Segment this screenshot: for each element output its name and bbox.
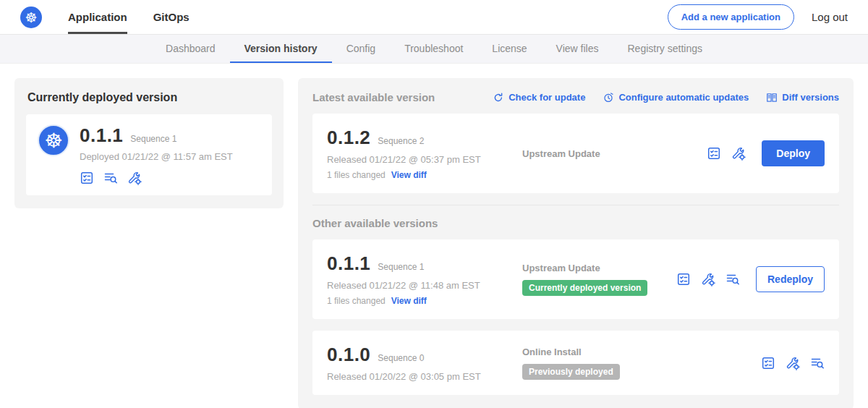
- configure-automatic-updates-label: Configure automatic updates: [618, 92, 749, 103]
- version-sequence: Sequence 1: [378, 262, 424, 272]
- currently-deployed-panel: Currently deployed version ☸ 0.1.1 Seque…: [14, 78, 284, 208]
- view-diff-link[interactable]: View diff: [391, 170, 427, 180]
- deployed-sequence: Sequence 1: [130, 134, 176, 144]
- view-diff-link[interactable]: View diff: [391, 296, 427, 306]
- diff-versions-label: Diff versions: [782, 92, 839, 103]
- version-released: Released 01/20/22 @ 03:05 pm EST: [327, 371, 514, 382]
- version-card-latest: 0.1.2 Sequence 2 Released 01/21/22 @ 05:…: [312, 114, 839, 193]
- version-source: Upstream Update Currently deployed versi…: [514, 263, 676, 296]
- version-number: 0.1.0: [327, 344, 370, 366]
- deployed-version-card: ☸ 0.1.1 Sequence 1 Deployed 01/21/22 @ 1…: [26, 114, 272, 195]
- check-for-update-link[interactable]: Check for update: [493, 92, 585, 103]
- edit-config-icon[interactable]: [786, 356, 800, 370]
- preflight-checks-icon[interactable]: [103, 171, 118, 185]
- edit-config-icon[interactable]: [731, 146, 746, 161]
- version-source: Upstream Update: [514, 148, 707, 159]
- version-released: Released 01/21/22 @ 05:37 pm EST: [327, 154, 514, 165]
- subtab-version-history[interactable]: Version history: [230, 35, 332, 63]
- kubernetes-icon: ☸: [20, 7, 42, 28]
- subtab-registry-settings[interactable]: Registry settings: [613, 35, 717, 63]
- subtab-dashboard[interactable]: Dashboard: [151, 35, 230, 63]
- version-info: 0.1.0 Sequence 0 Released 01/20/22 @ 03:…: [327, 344, 514, 382]
- source-label: Online Install: [522, 347, 761, 357]
- edit-config-icon[interactable]: [701, 272, 715, 286]
- application-icon: ☸: [38, 124, 69, 156]
- files-changed: 1 files changed: [327, 296, 386, 306]
- configure-automatic-updates-link[interactable]: Configure automatic updates: [603, 92, 749, 103]
- subtab-config[interactable]: Config: [332, 35, 390, 63]
- version-card-0-1-0: 0.1.0 Sequence 0 Released 01/20/22 @ 03:…: [312, 331, 839, 395]
- check-for-update-label: Check for update: [509, 92, 585, 103]
- source-label: Upstream Update: [522, 263, 676, 273]
- subtab-troubleshoot[interactable]: Troubleshoot: [390, 35, 477, 63]
- app-logo: ☸: [20, 0, 42, 34]
- tab-gitops[interactable]: GitOps: [153, 0, 190, 34]
- diff-icon: [766, 92, 778, 103]
- topbar: ☸ Application GitOps Add a new applicati…: [0, 0, 868, 35]
- version-sequence: Sequence 0: [378, 353, 424, 363]
- main-content: Currently deployed version ☸ 0.1.1 Seque…: [0, 64, 868, 408]
- edit-config-icon[interactable]: [127, 171, 142, 185]
- version-sequence: Sequence 2: [378, 136, 424, 146]
- release-notes-icon[interactable]: [80, 171, 94, 185]
- topbar-right: Add a new application Log out: [668, 0, 848, 34]
- version-actions: [761, 356, 825, 370]
- version-number: 0.1.2: [327, 127, 370, 149]
- app-subnav: Dashboard Version history Config Trouble…: [0, 35, 868, 64]
- diff-versions-link[interactable]: Diff versions: [766, 92, 839, 103]
- version-info: 0.1.1 Sequence 1 Released 01/21/22 @ 11:…: [327, 252, 514, 306]
- latest-version-header: Latest available version Check for updat…: [312, 91, 839, 103]
- section-divider: [312, 205, 839, 205]
- add-application-button[interactable]: Add a new application: [668, 4, 794, 30]
- source-label: Upstream Update: [522, 148, 707, 159]
- top-nav: Application GitOps: [68, 0, 190, 34]
- version-header-actions: Check for update Configure automatic upd…: [493, 92, 839, 103]
- version-number: 0.1.1: [327, 252, 370, 275]
- deployed-panel-title: Currently deployed version: [27, 91, 272, 104]
- logout-link[interactable]: Log out: [812, 11, 848, 23]
- release-notes-icon[interactable]: [761, 356, 775, 370]
- deploy-button[interactable]: Deploy: [762, 140, 825, 166]
- version-released: Released 01/21/22 @ 11:48 am EST: [327, 280, 514, 291]
- preflight-checks-icon[interactable]: [810, 356, 825, 370]
- release-notes-icon[interactable]: [676, 272, 691, 286]
- version-actions: Redeploy: [676, 266, 825, 292]
- version-info: 0.1.2 Sequence 2 Released 01/21/22 @ 05:…: [327, 127, 514, 180]
- version-actions: Deploy: [707, 140, 825, 166]
- schedule-icon: [603, 92, 614, 103]
- refresh-icon: [493, 92, 504, 103]
- redeploy-button[interactable]: Redeploy: [756, 266, 825, 292]
- subtab-license[interactable]: License: [477, 35, 541, 63]
- previously-deployed-badge: Previously deployed: [522, 364, 620, 380]
- other-versions-title: Other available versions: [312, 217, 839, 229]
- deployed-action-icons: [80, 171, 260, 185]
- version-card-0-1-1: 0.1.1 Sequence 1 Released 01/21/22 @ 11:…: [312, 239, 839, 319]
- release-notes-icon[interactable]: [707, 146, 721, 161]
- subtab-view-files[interactable]: View files: [542, 35, 613, 63]
- version-source: Online Install Previously deployed: [514, 347, 761, 380]
- files-changed: 1 files changed: [327, 170, 386, 180]
- currently-deployed-badge: Currently deployed version: [522, 280, 647, 296]
- preflight-checks-icon[interactable]: [726, 272, 740, 286]
- deployed-timestamp: Deployed 01/21/22 @ 11:57 am EST: [80, 151, 233, 162]
- tab-application[interactable]: Application: [68, 0, 127, 34]
- latest-version-title: Latest available version: [312, 91, 435, 103]
- version-history-panel: Latest available version Check for updat…: [298, 78, 854, 408]
- deployed-version-number: 0.1.1: [80, 124, 123, 147]
